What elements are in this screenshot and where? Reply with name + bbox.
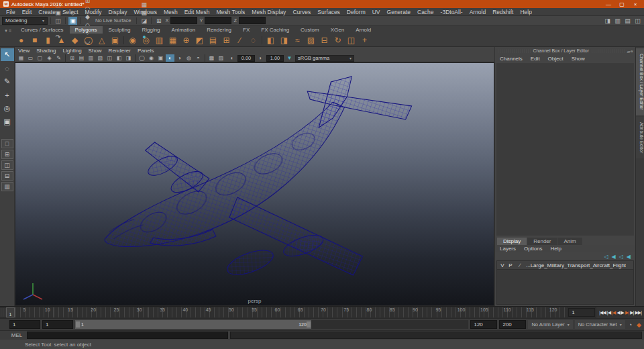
menu-item[interactable]: File [3, 9, 19, 15]
minimize-button[interactable]: — [603, 1, 614, 7]
layout-shortcut-button[interactable]: ⊞ [1, 150, 13, 159]
viewport-canvas[interactable]: persp [15, 62, 494, 306]
auto-keyframe-icon[interactable]: ◆ [635, 321, 643, 328]
channel-box-body[interactable] [496, 63, 634, 236]
shelf-icon[interactable]: ▲ [55, 34, 68, 46]
viewport-toolbar-icon[interactable]: ▦ [17, 54, 25, 62]
viewport-toolbar-icon[interactable]: ◍ [184, 54, 193, 62]
sidebar-toggle-icon[interactable]: ◫ [633, 17, 642, 25]
viewport-toolbar-icon[interactable]: ◉ [147, 54, 156, 62]
shelf-icon[interactable]: ◌ [247, 34, 260, 46]
sidebar-toggle-icon[interactable]: ◨ [603, 17, 612, 25]
shelf-tab[interactable]: Curves / Surfaces [15, 26, 69, 34]
viewport-toolbar-icon[interactable] [135, 54, 136, 62]
shelf-icon[interactable]: ≈ [291, 34, 304, 46]
menu-item[interactable]: Help [517, 9, 535, 15]
shelf-icon[interactable]: ■ [28, 34, 41, 46]
menu-item[interactable]: Arnold [466, 9, 490, 15]
menu-item[interactable]: Redshift [489, 9, 517, 15]
playback-button[interactable]: ◀ [616, 310, 619, 315]
viewport-toolbar-icon[interactable]: ◓ [194, 54, 203, 62]
menu-item[interactable]: Surfaces [314, 9, 343, 15]
menu-set-selector[interactable]: Modeling ▾ [2, 17, 48, 25]
layout-shortcut-button[interactable]: ▥ [1, 182, 13, 191]
menu-item[interactable]: Display [105, 9, 131, 15]
playback-button[interactable]: |◀◀ [599, 310, 606, 315]
menu-item[interactable]: Edit [19, 9, 36, 15]
view-transform-dropdown[interactable]: sRGB gamma ▾ [295, 55, 354, 62]
viewport-toolbar-icon[interactable]: ⊞ [68, 54, 76, 62]
viewport-toolbar-icon[interactable]: ◐ [166, 54, 174, 62]
viewport-toolbar-icon[interactable]: ◧ [115, 54, 123, 62]
viewport-toolbar-icon[interactable]: ◫ [105, 54, 114, 62]
shelf-tab[interactable]: FX [237, 26, 255, 34]
snap-icon[interactable]: ◠ [83, 5, 92, 13]
menu-item[interactable]: Curves [289, 9, 314, 15]
panel-menu-item[interactable]: Lighting [63, 48, 89, 54]
shelf-tab[interactable]: Polygons [70, 26, 103, 34]
panel-menu-item[interactable]: Show [89, 48, 109, 54]
current-frame-marker[interactable]: 1 [6, 307, 15, 317]
render-icon[interactable]: ▩ [140, 9, 148, 17]
exposure-icon[interactable]: ◖ [227, 54, 236, 62]
layer-toolbar-icon[interactable]: ◁ [604, 254, 608, 260]
animation-end-field[interactable]: 200 [499, 320, 526, 329]
layer-editor-tab[interactable]: Anim [557, 238, 582, 245]
shelf-icon[interactable]: ∕ [233, 34, 246, 46]
render-icon[interactable]: ▦ [140, 1, 148, 9]
sidebar-vertical-tab[interactable]: Attribute Editor [636, 117, 644, 158]
layer-toolbar-icon[interactable]: ◀ [627, 254, 631, 260]
shelf-options-icon[interactable]: ≡ [9, 28, 11, 34]
maximize-button[interactable]: ▢ [616, 1, 627, 7]
shelf-icon[interactable]: ▥ [153, 34, 166, 46]
channel-box-menu-item[interactable]: Object [548, 56, 572, 62]
viewport-toolbar-icon[interactable]: ▢ [36, 54, 44, 62]
menu-item[interactable]: Mesh Tools [213, 9, 249, 15]
shelf-tab[interactable]: Animation [166, 26, 201, 34]
character-set-dropdown[interactable]: No Character Set ▾ [575, 320, 625, 329]
sidebar-toggle-icon[interactable]: ▥ [613, 17, 622, 25]
shelf-icon[interactable]: ◨ [278, 34, 290, 46]
viewport-toolbar-icon[interactable]: ▭ [26, 54, 35, 62]
panel-header-icon[interactable]: × [631, 49, 633, 54]
shelf-icon[interactable]: ● [15, 34, 28, 46]
shelf-icon[interactable]: ↻ [331, 34, 344, 46]
playback-button[interactable]: |◀ [612, 310, 615, 315]
panel-menu-item[interactable]: Renderer [109, 48, 138, 54]
sidebar-vertical-tab[interactable]: Channel Box / Layer Editor [636, 48, 644, 115]
shelf-icon[interactable]: ◧ [264, 34, 277, 46]
menu-item[interactable]: -3DtoAll- [437, 9, 466, 15]
status-icon[interactable]: ▢ [54, 1, 62, 9]
channel-box-menu-item[interactable]: Show [572, 56, 593, 62]
status-icon[interactable]: ◫ [54, 17, 62, 25]
viewport-toolbar-icon[interactable]: ◑ [175, 54, 184, 62]
layer-editor-menu-item[interactable]: Help [551, 246, 570, 252]
panel-menu-item[interactable]: View [18, 48, 36, 54]
shelf-icon[interactable] [262, 36, 262, 44]
layer-toolbar-icon[interactable]: ◁ [619, 254, 623, 260]
shelf-icon[interactable]: + [358, 34, 371, 46]
selection-mask-icon[interactable]: ▣ [68, 17, 77, 25]
viewport-toolbar-icon[interactable]: ▣ [156, 54, 165, 62]
exposure-field[interactable]: 0.00 [237, 55, 255, 62]
menu-item[interactable]: Mesh [160, 9, 181, 15]
layer-editor-menu-item[interactable]: Options [524, 246, 551, 252]
layer-toolbar-icon[interactable]: ◀ [612, 254, 616, 260]
sidebar-toggle-icon[interactable]: ▤ [623, 17, 632, 25]
shelf-icon[interactable]: ◉ [126, 34, 139, 46]
shelf-icon[interactable]: ◎ [140, 34, 152, 46]
menu-item[interactable]: Cache [414, 9, 437, 15]
command-input[interactable] [27, 332, 228, 339]
viewport-toolbar-icon[interactable]: ◨ [124, 54, 133, 62]
shelf-icon[interactable]: ▮ [42, 34, 54, 46]
shelf-icon[interactable]: ▦ [166, 34, 179, 46]
viewport-toolbar-icon[interactable]: ◯ [138, 54, 146, 62]
shelf-icon[interactable]: ⊟ [318, 34, 331, 46]
shelf-icon[interactable]: ▤ [207, 34, 219, 46]
layer-type-icon[interactable]: ∕ [515, 262, 525, 268]
playback-button[interactable]: ▶| [625, 310, 629, 315]
viewport-toolbar-icon[interactable]: ▤ [77, 54, 86, 62]
animation-start-field[interactable]: 1 [9, 320, 40, 329]
channel-box-menu-item[interactable]: Channels [500, 56, 531, 62]
range-track[interactable]: 1 120 [75, 320, 468, 329]
